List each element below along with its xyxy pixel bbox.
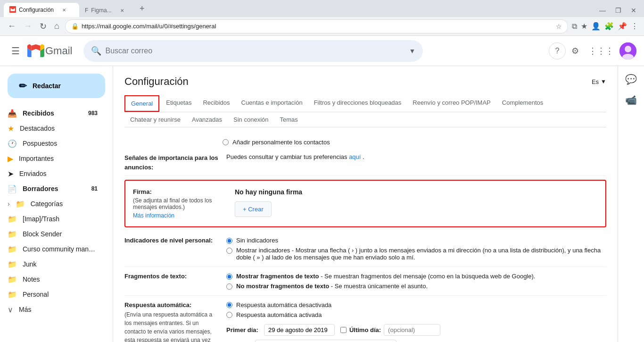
- url-input-box[interactable]: 🔒 https://mail.google.com/mail/u/0/#sett…: [65, 19, 568, 33]
- lock-icon: 🔒: [71, 23, 79, 30]
- contacts-section: Añadir personalmente los contactos: [124, 135, 606, 150]
- tab-etiquetas[interactable]: Etiquetas: [160, 95, 197, 112]
- curso-folder-icon: 📁: [8, 245, 17, 254]
- search-dropdown-icon[interactable]: ▼: [409, 47, 416, 55]
- sidebar-item-label: Categorías: [31, 200, 98, 208]
- create-signature-button[interactable]: + Crear: [235, 201, 272, 217]
- last-day-checkbox-row: Último día:: [340, 324, 440, 336]
- tab-general[interactable]: General: [124, 95, 159, 112]
- sidebar-item-label: Personal: [23, 291, 98, 298]
- sidebar-item-curso[interactable]: 📁 Curso community mana...: [0, 242, 105, 257]
- tab-recibidos[interactable]: Recibidos: [197, 95, 235, 112]
- pin-button[interactable]: 📌: [618, 22, 627, 31]
- sidebar-item-drafts[interactable]: 📄 Borradores 81: [0, 181, 105, 196]
- extension-button[interactable]: 🧩: [604, 22, 614, 31]
- tab-filtros[interactable]: Filtros y direcciones bloqueadas: [308, 95, 407, 112]
- minimize-button[interactable]: —: [595, 6, 610, 15]
- home-button[interactable]: ⌂: [52, 19, 61, 33]
- language-selector[interactable]: Es ▼: [592, 78, 606, 85]
- forward-button[interactable]: →: [22, 19, 34, 33]
- apps-button[interactable]: ⋮⋮⋮: [585, 42, 618, 60]
- tab-complementos[interactable]: Complementos: [496, 95, 549, 112]
- no-indicators-option: Sin indicadores: [226, 237, 606, 244]
- subject-row: Asunto:: [226, 340, 606, 342]
- auto-on-label: Respuesta automática activada: [236, 311, 322, 318]
- compose-button[interactable]: ✏ Redactar: [8, 74, 105, 98]
- tab-reenvio[interactable]: Reenvío y correo POP/IMAP: [407, 95, 496, 112]
- no-indicators-radio[interactable]: [226, 238, 232, 244]
- tab-temas[interactable]: Temas: [274, 112, 304, 127]
- no-signature-text: No hay ninguna firma: [235, 188, 598, 196]
- sidebar-item-snoozed[interactable]: 🕐 Pospuestos: [0, 136, 105, 151]
- window-controls: — ❐ ✕: [595, 6, 640, 17]
- search-input[interactable]: [105, 47, 405, 55]
- sidebar-item-label: [Imap]/Trash: [23, 215, 98, 223]
- sidebar-item-notes[interactable]: 📁 Notes: [0, 272, 105, 287]
- search-box[interactable]: 🔍 ▼: [83, 40, 423, 62]
- chrome-menu-button[interactable]: ⋮: [631, 22, 638, 31]
- profile-button-chrome[interactable]: 👤: [591, 22, 601, 31]
- right-panel-chat-icon[interactable]: 💬: [621, 70, 641, 89]
- sidebar-item-inbox[interactable]: 📥 Recibidos 983: [0, 106, 105, 121]
- last-day-checkbox[interactable]: [340, 327, 347, 333]
- tab-cuentas[interactable]: Cuentas e importación: [236, 95, 308, 112]
- tab-close-figma[interactable]: ✕: [118, 7, 126, 14]
- contacts-radio-label: Añadir personalmente los contactos: [232, 139, 330, 146]
- tab-close-gmail[interactable]: ✕: [60, 7, 68, 14]
- contacts-radio-input[interactable]: [223, 139, 229, 145]
- back-button[interactable]: ←: [6, 19, 18, 33]
- sidebar-item-important[interactable]: ▶ Importantes: [0, 151, 105, 166]
- show-indicators-radio[interactable]: [226, 248, 232, 254]
- sidebar-item-label: Junk: [23, 260, 98, 268]
- last-day-label: Último día:: [349, 326, 381, 334]
- main-menu-button[interactable]: ☰: [8, 42, 24, 60]
- gmail-logo-text: Gmail: [45, 45, 72, 57]
- sidebar-item-block-sender[interactable]: 📁 Block Sender: [0, 226, 105, 242]
- address-bar: ← → ↻ ⌂ 🔒 https://mail.google.com/mail/u…: [0, 17, 644, 36]
- gmail-app: ☰ Gmail 🔍 ▼ ? ⚙ ⋮⋮⋮: [0, 36, 644, 342]
- tab-gmail[interactable]: Configuración ✕: [4, 3, 79, 17]
- sidebar-item-junk[interactable]: 📁 Junk: [0, 257, 105, 272]
- sidebar-item-sent[interactable]: ➤ Enviados: [0, 166, 105, 181]
- auto-on-option: Respuesta automática activada: [226, 311, 606, 318]
- auto-off-radio[interactable]: [226, 302, 232, 308]
- avatar[interactable]: [619, 42, 636, 59]
- junk-folder-icon: 📁: [8, 260, 17, 269]
- tab-chatear[interactable]: Chatear y reunirse: [124, 112, 186, 127]
- last-day-input[interactable]: [384, 324, 440, 336]
- sidebar-item-starred[interactable]: ★ Destacados: [0, 121, 105, 136]
- important-icon: ▶: [8, 154, 13, 163]
- tab-avanzadas[interactable]: Avanzadas: [186, 112, 228, 127]
- tab-figma[interactable]: F Figma... ✕: [79, 4, 136, 17]
- external-link-button[interactable]: ⧉: [572, 22, 577, 31]
- new-tab-button[interactable]: +: [136, 2, 149, 16]
- signature-more-info-link[interactable]: Más información: [133, 212, 227, 219]
- maximize-button[interactable]: ❐: [611, 6, 625, 15]
- sidebar: ✏ Redactar 📥 Recibidos 983 ★ Destacados …: [0, 66, 113, 342]
- bookmark-button[interactable]: ★: [581, 22, 587, 31]
- notes-folder-icon: 📁: [8, 275, 17, 284]
- subject-input[interactable]: [255, 340, 396, 342]
- first-day-input[interactable]: [264, 324, 335, 336]
- close-button[interactable]: ✕: [627, 6, 640, 15]
- sidebar-item-label: Pospuestos: [23, 140, 98, 147]
- date-row: Primer día: Último día:: [226, 324, 606, 336]
- help-button[interactable]: ?: [549, 42, 566, 59]
- tab-sin-conexion[interactable]: Sin conexión: [228, 112, 274, 127]
- personal-indicators-section: Indicadores de nivel personal: Sin indic…: [124, 231, 606, 267]
- sidebar-item-categories[interactable]: › 📁 Categorías: [0, 196, 105, 211]
- auto-on-radio[interactable]: [226, 312, 232, 318]
- signature-section: Firma: (Se adjunta al final de todos los…: [124, 180, 606, 227]
- show-fragments-radio[interactable]: [226, 274, 232, 280]
- sidebar-item-personal[interactable]: 📁 Personal: [0, 287, 105, 302]
- figma-favicon: F: [85, 7, 88, 14]
- sidebar-item-imap-trash[interactable]: 📁 [Imap]/Trash: [0, 211, 105, 226]
- settings-button[interactable]: ⚙: [568, 42, 583, 60]
- importance-link[interactable]: aquí: [349, 153, 361, 160]
- right-panel-meet-icon[interactable]: 📹: [621, 91, 641, 109]
- no-fragments-radio[interactable]: [226, 284, 232, 290]
- gmail-favicon: [9, 6, 16, 14]
- sidebar-item-more[interactable]: ∨ Más: [0, 302, 105, 317]
- url-star-icon[interactable]: ☆: [556, 23, 562, 30]
- reload-button[interactable]: ↻: [38, 19, 49, 33]
